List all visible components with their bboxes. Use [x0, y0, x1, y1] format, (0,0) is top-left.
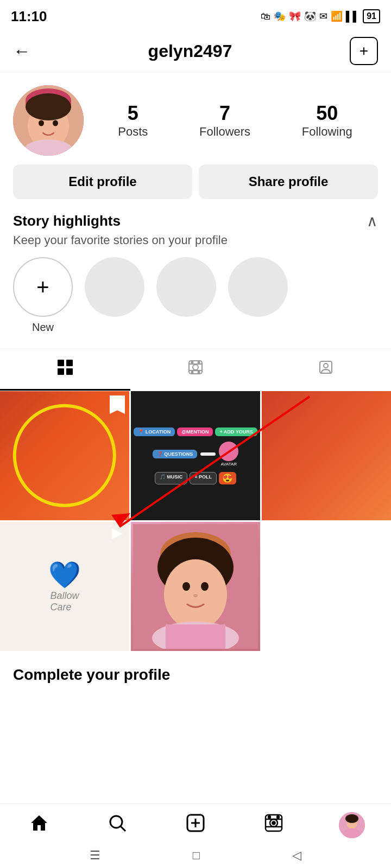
- post-cell-1[interactable]: [0, 391, 129, 520]
- android-back[interactable]: ◁: [292, 848, 301, 863]
- mention-tag: @MENTION: [177, 427, 213, 436]
- svg-point-18: [192, 372, 193, 373]
- questions-tag: ❓ QUESTIONS: [153, 450, 198, 458]
- stat-followers[interactable]: 7 Followers: [199, 102, 250, 139]
- posts-grid: 📍 LOCATION @MENTION + ADD YOURS ❓ QUESTI…: [0, 391, 391, 651]
- highlight-circle-1[interactable]: [85, 257, 144, 317]
- status-bar: 11:10 🛍 🎭 🎀 🐼 ✉ 📶 ▌▌ 91: [0, 0, 391, 30]
- highlight-1[interactable]: [85, 257, 144, 334]
- story-tags: 📍 LOCATION @MENTION + ADD YOURS ❓ QUESTI…: [134, 427, 257, 484]
- highlight-circle-2[interactable]: [156, 257, 216, 317]
- following-label: Following: [302, 125, 352, 139]
- avatar[interactable]: [13, 85, 84, 156]
- share-profile-button[interactable]: Share profile: [199, 164, 378, 199]
- search-icon: [108, 813, 127, 837]
- bottom-spacer: [0, 692, 391, 757]
- care-text: BallowCare: [50, 590, 79, 613]
- nav-search[interactable]: [101, 812, 134, 839]
- post-cell-3[interactable]: [262, 391, 391, 520]
- heart-emoji: 💙: [48, 560, 81, 590]
- app-icon-4: 🐼: [304, 10, 316, 22]
- svg-point-6: [53, 120, 58, 126]
- svg-point-19: [198, 372, 200, 373]
- status-icons: 🛍 🎭 🎀 🐼 ✉ 📶 ▌▌ 91: [261, 9, 380, 23]
- app-icon-3: 🎀: [289, 10, 301, 22]
- app-icon-5: ✉: [319, 10, 327, 22]
- svg-point-17: [198, 362, 200, 363]
- svg-point-4: [26, 93, 71, 120]
- tab-reels[interactable]: [130, 349, 261, 391]
- svg-rect-30: [166, 624, 225, 649]
- svg-point-5: [39, 120, 44, 126]
- reels-icon: [187, 359, 204, 379]
- nav-add[interactable]: [179, 812, 212, 839]
- post-cell-4[interactable]: 💙 BallowCare: [0, 522, 129, 651]
- profile-section: 5 Posts 7 Followers 50 Following: [0, 72, 391, 164]
- android-menu[interactable]: ☰: [90, 848, 100, 863]
- new-highlight-circle[interactable]: +: [13, 257, 73, 317]
- tab-grid[interactable]: [0, 349, 130, 391]
- posts-count: 5: [128, 102, 138, 125]
- android-nav-bar: ☰ □ ◁: [0, 843, 391, 868]
- poll-tag: ≡ POLL: [190, 472, 217, 484]
- action-buttons: Edit profile Share profile: [0, 164, 391, 212]
- post-cell-2[interactable]: 📍 LOCATION @MENTION + ADD YOURS ❓ QUESTI…: [131, 391, 260, 520]
- svg-point-27: [201, 582, 209, 591]
- complete-profile-section: Complete your profile: [0, 651, 391, 692]
- edit-profile-button[interactable]: Edit profile: [13, 164, 192, 199]
- svg-line-34: [121, 826, 125, 831]
- status-time: 11:10: [11, 8, 47, 25]
- svg-rect-9: [66, 360, 73, 366]
- bottom-nav: ☰ □ ◁: [0, 803, 391, 868]
- svg-point-48: [345, 814, 358, 823]
- nav-profile[interactable]: [336, 812, 368, 839]
- highlights-section: Story highlights ∧ Keep your favorite st…: [0, 212, 391, 344]
- avatar-label: AVATAR: [220, 462, 237, 467]
- svg-point-43: [268, 816, 270, 818]
- android-home[interactable]: □: [193, 848, 200, 863]
- highlights-row: + New: [13, 257, 378, 344]
- complete-profile-title: Complete your profile: [13, 666, 170, 683]
- plus-icon: +: [36, 275, 49, 299]
- svg-point-40: [273, 822, 275, 825]
- svg-point-28: [193, 594, 198, 597]
- post-image-2: 📍 LOCATION @MENTION + ADD YOURS ❓ QUESTI…: [131, 391, 260, 520]
- avatar-image: [13, 85, 84, 156]
- highlights-subtitle: Keep your favorite stories on your profi…: [13, 233, 378, 247]
- emoji-sticker: 😍: [219, 472, 236, 484]
- bottom-nav-items: [0, 804, 391, 843]
- svg-rect-8: [58, 360, 64, 366]
- svg-point-13: [193, 365, 198, 370]
- stat-posts[interactable]: 5 Posts: [118, 102, 148, 139]
- posts-label: Posts: [118, 125, 148, 139]
- stat-following[interactable]: 50 Following: [302, 102, 352, 139]
- nav-reels[interactable]: [257, 812, 290, 839]
- plus-icon: +: [360, 42, 368, 60]
- nav-home[interactable]: [23, 812, 55, 839]
- svg-rect-11: [66, 368, 73, 375]
- highlight-3[interactable]: [228, 257, 288, 334]
- highlight-new[interactable]: + New: [13, 257, 73, 334]
- highlight-circle-3[interactable]: [228, 257, 288, 317]
- highlights-chevron[interactable]: ∧: [367, 212, 378, 230]
- profile-username: gelyn2497: [148, 41, 232, 61]
- post-cell-5[interactable]: [131, 522, 260, 651]
- app-icon-1: 🛍: [261, 11, 270, 22]
- avatar-svg: [13, 85, 84, 156]
- add-content-button[interactable]: +: [350, 37, 378, 65]
- svg-point-33: [110, 816, 122, 828]
- posts-tabs: [0, 349, 391, 391]
- blank-sticker: [200, 452, 216, 456]
- highlight-2[interactable]: [156, 257, 216, 334]
- location-tag: 📍 LOCATION: [134, 427, 175, 436]
- addyours-tag: + ADD YOURS: [215, 427, 257, 436]
- post-empty-6: [262, 522, 391, 651]
- portrait-svg: [133, 524, 258, 649]
- post-image-4: 💙 BallowCare: [0, 522, 129, 651]
- annotation-circle: [13, 404, 116, 507]
- back-button[interactable]: ←: [13, 41, 30, 61]
- svg-point-26: [182, 582, 190, 591]
- tab-tagged[interactable]: [261, 349, 391, 391]
- home-icon: [29, 813, 49, 837]
- svg-rect-10: [58, 368, 64, 375]
